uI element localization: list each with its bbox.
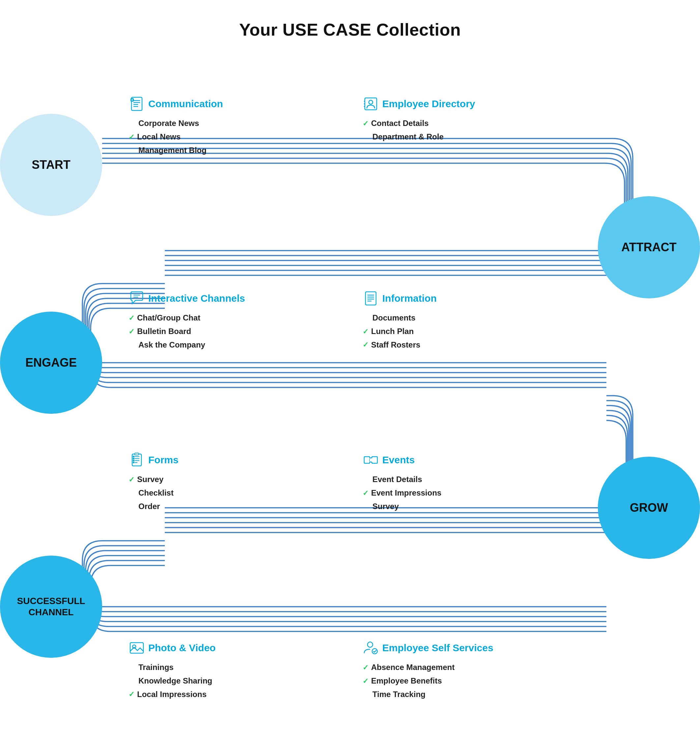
events-icon [363,452,379,468]
item-local-news: ✓ Local News [129,130,223,144]
section-photo-video: Photo & Video Trainings Knowledge Sharin… [129,640,215,701]
section-forms-title: Forms [129,452,179,468]
item-knowledge-sharing: Knowledge Sharing [129,674,215,688]
information-icon [363,290,379,307]
svg-rect-5 [131,98,133,101]
section-information-title: Information [363,290,437,307]
section-interactive-channels-label: Interactive Channels [148,293,245,304]
section-communication: Communication Corporate News ✓ Local New… [129,95,223,157]
item-order: Order [129,500,179,514]
item-staff-rosters: ✓ Staff Rosters [363,338,437,352]
section-forms: Forms ✓ Survey Checklist Order [129,452,179,513]
communication-items: Corporate News ✓ Local News Management B… [129,117,223,157]
item-event-survey: Survey [363,500,441,514]
item-event-impressions: ✓ Event Impressions [363,486,441,500]
item-department-role: Department & Role [363,130,475,144]
circle-grow: GROW [598,457,700,559]
item-lunch-plan: ✓ Lunch Plan [363,325,437,338]
svg-rect-15 [366,292,376,305]
item-trainings: Trainings [129,661,215,674]
item-employee-benefits: ✓ Employee Benefits [363,674,494,688]
svg-rect-29 [135,453,139,455]
item-survey: ✓ Survey [129,473,179,486]
item-bulletin-board: ✓ Bulletin Board [129,325,245,338]
employee-self-services-items: ✓ Absence Management ✓ Employee Benefits… [363,661,494,701]
section-employee-directory-title: Employee Directory [363,95,475,112]
item-contact-details: ✓ Contact Details [363,117,475,130]
item-management-blog: Management Blog [129,144,223,157]
section-interactive-channels-title: Interactive Channels [129,290,245,307]
photo-video-items: Trainings Knowledge Sharing ✓ Local Impr… [129,661,215,701]
section-information: Information Documents ✓ Lunch Plan ✓ Sta… [363,290,437,351]
section-forms-label: Forms [148,454,179,465]
section-employee-self-services-label: Employee Self Services [382,642,494,653]
forms-icon [129,452,145,468]
item-checklist: Checklist [129,486,179,500]
forms-items: ✓ Survey Checklist Order [129,473,179,513]
section-communication-title: Communication [129,95,223,112]
interactive-channels-items: ✓ Chat/Group Chat ✓ Bulletin Board Ask t… [129,311,245,351]
section-employee-self-services: Employee Self Services ✓ Absence Managem… [363,640,494,701]
communication-icon [129,95,145,112]
section-employee-self-services-title: Employee Self Services [363,640,494,656]
photo-video-icon [129,640,145,656]
svg-rect-26 [133,458,134,459]
section-events-label: Events [382,454,414,465]
item-ask-company: Ask the Company [129,338,245,352]
item-corporate-news: Corporate News [129,117,223,130]
section-events: Events Event Details ✓ Event Impressions… [363,452,441,513]
section-photo-video-title: Photo & Video [129,640,215,656]
item-absence-management: ✓ Absence Management [363,661,494,674]
section-employee-directory-label: Employee Directory [382,98,475,110]
page-title: Your USE CASE Collection [0,0,700,53]
svg-point-9 [369,100,373,104]
employee-self-services-icon [363,640,379,656]
section-interactive-channels: Interactive Channels ✓ Chat/Group Chat ✓… [129,290,245,351]
events-items: Event Details ✓ Event Impressions Survey [363,473,441,513]
item-local-impressions: ✓ Local Impressions [129,688,215,701]
employee-directory-icon [363,95,379,112]
circle-attract: ATTRACT [598,196,700,298]
interactive-channels-icon [129,290,145,307]
section-communication-label: Communication [148,98,223,110]
svg-point-33 [368,642,373,647]
item-documents: Documents [363,311,437,325]
section-photo-video-label: Photo & Video [148,642,215,653]
section-information-label: Information [382,293,437,304]
section-events-title: Events [363,452,441,468]
svg-rect-25 [133,456,134,457]
svg-rect-28 [133,462,134,463]
diagram-wrapper: START ATTRACT ENGAGE GROW SUCCESSFULLCHA… [0,53,700,712]
snake-paths [0,53,700,712]
section-employee-directory: Employee Directory ✓ Contact Details Dep… [363,95,475,144]
item-time-tracking: Time Tracking [363,688,494,701]
circle-successful: SUCCESSFULLCHANNEL [0,556,102,658]
information-items: Documents ✓ Lunch Plan ✓ Staff Rosters [363,311,437,351]
item-event-details: Event Details [363,473,441,486]
svg-rect-31 [130,643,144,653]
svg-rect-27 [133,460,134,461]
circle-engage: ENGAGE [0,311,102,414]
item-chat: ✓ Chat/Group Chat [129,311,245,325]
svg-point-34 [372,649,377,654]
circle-start: START [0,114,102,216]
employee-directory-items: ✓ Contact Details Department & Role [363,117,475,144]
